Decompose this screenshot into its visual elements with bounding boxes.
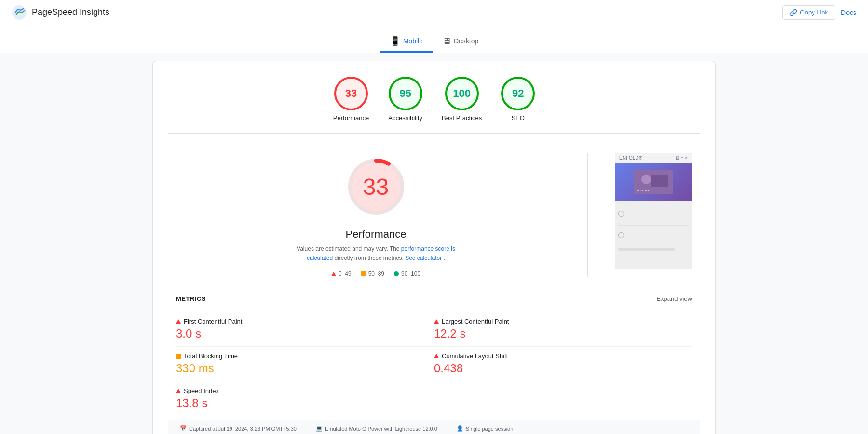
screenshot-area: ENFOLD® ⊟ ○ × PODCAST [615,153,692,269]
lcp-label: Largest Contentful Paint [442,318,509,325]
metric-fcp-name: First Contentful Paint [176,318,430,325]
cls-triangle-icon [434,354,439,358]
performance-title: Performance [346,228,407,241]
fcp-triangle-icon [176,319,181,324]
vertical-divider [587,153,588,277]
svg-text:PODCAST: PODCAST [637,189,651,192]
desktop-icon: 🖥 [442,36,451,46]
metric-tbt: Total Blocking Time 330 ms [176,347,434,381]
screenshot-row-1 [618,204,689,223]
tab-desktop[interactable]: 🖥 Desktop [433,31,488,53]
circle-icon [394,271,399,276]
screenshot-icon-1 [618,211,624,217]
screenshot-hero-image: PODCAST [615,163,692,201]
cls-label: Cumulative Layout Shift [442,353,508,360]
scores-row: 33 Performance 95 Accessibility 100 Best… [168,73,700,129]
footer-col-3: 👤 Single page session ⚙ Using HeadlessCh… [457,425,579,434]
legend-good-label: 90–100 [401,271,420,277]
expand-view-button[interactable]: Expand view [656,295,692,302]
svg-point-0 [12,5,27,20]
desc-text-3: . [444,255,445,261]
triangle-icon [331,272,336,276]
header-left: PageSpeed Insights [12,5,109,20]
footer-col-1: 📅 Captured at Jul 19, 2024, 3:23 PM GMT+… [180,425,297,434]
best-practices-value: 100 [453,87,471,100]
screenshot-site-name: ENFOLD® [619,155,642,161]
svg-point-5 [641,175,651,184]
captured-at-text: Captured at Jul 19, 2024, 3:23 PM GMT+5:… [189,426,297,432]
screenshot-row-2 [618,228,689,243]
tab-desktop-label: Desktop [454,37,478,45]
screenshot-icon-2 [618,232,624,238]
score-legend: 0–49 50–89 90–100 [331,271,420,277]
app-title: PageSpeed Insights [32,7,109,17]
performance-circle: 33 [334,77,368,110]
tabs-bar: 📱 Mobile 🖥 Desktop [0,25,868,53]
pagespeed-logo [12,5,27,20]
legend-average: 50–89 [361,271,384,277]
tab-mobile[interactable]: 📱 Mobile [380,31,433,53]
main-content: 33 Performance 95 Accessibility 100 Best… [145,53,723,434]
footer-session: 👤 Single page session [457,425,579,432]
scores-divider [168,133,700,134]
performance-section: 33 Performance Values are estimated and … [168,137,700,285]
performance-value: 33 [345,87,357,100]
card-footer: 📅 Captured at Jul 19, 2024, 3:23 PM GMT+… [168,420,700,434]
device-text: Emulated Moto G Power with Lighthouse 12… [325,426,437,432]
metrics-grid: First Contentful Paint 3.0 s Largest Con… [168,308,700,420]
desc-text-1: Values are estimated and may vary. The [297,245,401,252]
footer-captured-at: 📅 Captured at Jul 19, 2024, 3:23 PM GMT+… [180,425,297,432]
fcp-label: First Contentful Paint [184,318,242,325]
score-performance[interactable]: 33 Performance [333,77,369,122]
metric-cls: Cumulative Layout Shift 0.438 [434,347,692,381]
performance-left: 33 Performance Values are estimated and … [176,153,576,277]
si-triangle-icon [176,389,181,393]
tbt-square-icon [176,354,181,359]
screenshot-divider [618,225,689,226]
tab-mobile-label: Mobile [403,37,423,45]
metric-si-name: Speed Index [176,387,430,394]
docs-link[interactable]: Docs [841,9,856,16]
accessibility-circle: 95 [389,77,422,110]
hero-image-svg: PODCAST [634,170,673,194]
screenshot-divider-2 [618,245,689,245]
copy-link-button[interactable]: Copy Link [782,5,835,20]
line-8 [618,248,675,251]
performance-description: Values are estimated and may vary. The p… [285,244,468,263]
metric-lcp-name: Largest Contentful Paint [434,318,688,325]
footer-col-2: 💻 Emulated Moto G Power with Lighthouse … [316,425,437,434]
seo-label: SEO [511,114,524,122]
metrics-section-label: METRICS [176,295,206,302]
screenshot-content [615,201,692,255]
si-value: 13.8 s [176,396,430,410]
desc-text-2: directly from these metrics. [334,255,405,261]
device-icon: 💻 [316,425,323,432]
accessibility-value: 95 [399,87,411,100]
best-practices-label: Best Practices [442,114,482,122]
session-text: Single page session [466,426,513,432]
metric-cls-name: Cumulative Layout Shift [434,353,688,360]
metric-lcp: Largest Contentful Paint 12.2 s [434,312,692,347]
calendar-icon: 📅 [180,425,187,432]
score-best-practices[interactable]: 100 Best Practices [442,77,482,122]
metric-tbt-name: Total Blocking Time [176,353,430,360]
tbt-label: Total Blocking Time [184,353,238,360]
score-seo[interactable]: 92 SEO [501,77,535,122]
copy-link-label: Copy Link [800,9,828,16]
cls-value: 0.438 [434,362,688,375]
big-score-value: 33 [363,174,389,200]
seo-value: 92 [512,87,524,100]
screenshot-body: PODCAST [615,163,692,269]
si-label: Speed Index [184,387,219,394]
see-calculator-link[interactable]: See calculator [405,255,442,261]
legend-average-label: 50–89 [368,271,384,277]
legend-good: 90–100 [394,271,420,277]
metrics-header: METRICS Expand view [168,289,700,308]
legend-poor-label: 0–49 [339,271,352,277]
score-accessibility[interactable]: 95 Accessibility [388,77,422,122]
fcp-value: 3.0 s [176,327,430,340]
square-icon [361,271,366,276]
seo-circle: 92 [501,77,535,110]
lcp-triangle-icon [434,319,439,324]
metric-fcp: First Contentful Paint 3.0 s [176,312,434,347]
